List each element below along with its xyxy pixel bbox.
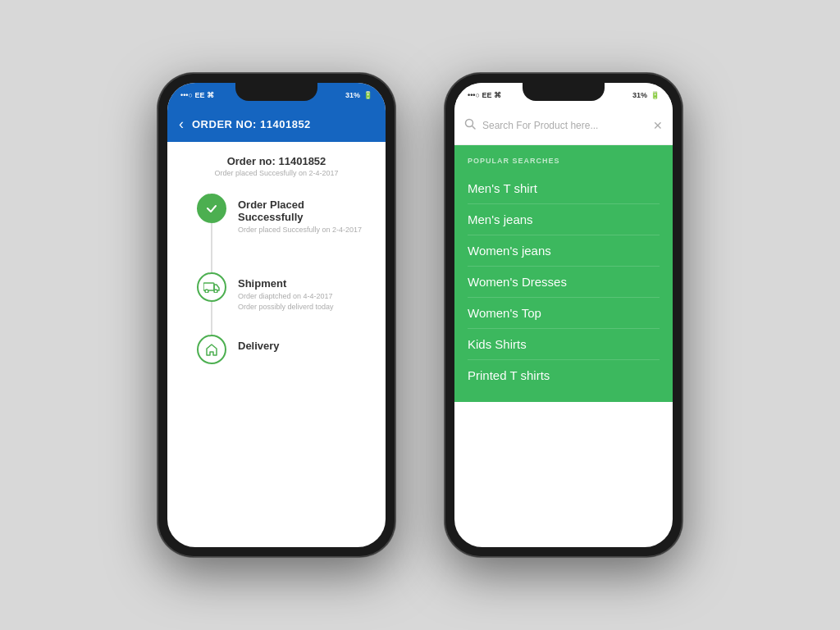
svg-rect-0	[203, 283, 214, 290]
phone1-battery: 31%	[345, 91, 360, 99]
phone2-battery: 31%	[632, 91, 647, 99]
order-placed-label: Order Placed Successfully	[238, 199, 372, 223]
phone2-wifi-icon: ⌘	[494, 91, 501, 99]
timeline-line-3	[197, 335, 226, 364]
phone1-battery-icon: 🔋	[363, 91, 372, 99]
phone1-status-left: •••○ EE ⌘	[180, 91, 214, 99]
order-placed-text: Order Placed Successfully Order placed S…	[238, 194, 372, 235]
phone1: •••○ EE ⌘ 31% 🔋 ‹ ORDER NO: 11401852 Ord…	[158, 73, 395, 557]
shipment-icon	[197, 272, 226, 302]
phone1-header: ‹ ORDER NO: 11401852	[167, 106, 386, 142]
search-icon	[464, 118, 476, 132]
timeline-item-delivery: Delivery	[197, 335, 372, 364]
phone2-status-right: 31% 🔋	[632, 91, 660, 99]
phone2-screen: •••○ EE ⌘ 31% 🔋 Search For Product here.…	[454, 83, 673, 547]
svg-point-2	[214, 290, 217, 293]
search-item-mens-tshirt[interactable]: Men's T shirt	[468, 173, 660, 204]
phone2-notch	[523, 83, 605, 101]
delivery-text: Delivery	[238, 335, 372, 352]
phone1-content: Order no: 11401852 Order placed Succesfu…	[167, 142, 386, 377]
popular-searches-label: POPULAR SEARCHES	[468, 157, 660, 165]
delivery-icon	[197, 335, 226, 364]
delivery-label: Delivery	[238, 340, 372, 352]
phone2-battery-icon: 🔋	[651, 91, 660, 99]
search-items-list: Men's T shirt Men's jeans Women's jeans …	[468, 173, 660, 390]
back-button[interactable]: ‹	[179, 116, 184, 133]
timeline-line-2	[197, 272, 226, 335]
shipment-desc: Order diaptched on 4-4-2017Order possibl…	[238, 291, 372, 312]
connector-2	[211, 302, 212, 335]
order-placed-desc: Order placed Succesfully on 2-4-2017	[238, 225, 372, 235]
timeline-item-order-placed: Order Placed Successfully Order placed S…	[197, 194, 372, 272]
timeline-line-1	[197, 194, 226, 272]
order-placed-icon	[197, 194, 226, 223]
phone1-notch	[235, 83, 317, 101]
search-input[interactable]: Search For Product here...	[482, 120, 646, 131]
search-close-button[interactable]: ✕	[653, 119, 663, 132]
phones-container: •••○ EE ⌘ 31% 🔋 ‹ ORDER NO: 11401852 Ord…	[0, 0, 840, 630]
order-placed-subtitle: Order placed Succesfully on 2-4-2017	[180, 169, 372, 177]
search-results-area: POPULAR SEARCHES Men's T shirt Men's jea…	[454, 145, 673, 402]
search-item-mens-jeans[interactable]: Men's jeans	[468, 204, 660, 235]
search-bar: Search For Product here... ✕	[454, 106, 673, 145]
search-item-womens-jeans[interactable]: Women's jeans	[468, 235, 660, 267]
phone1-screen: •••○ EE ⌘ 31% 🔋 ‹ ORDER NO: 11401852 Ord…	[167, 83, 386, 547]
search-item-womens-dresses[interactable]: Women's Dresses	[468, 267, 660, 298]
order-number-title: Order no: 11401852	[180, 155, 372, 167]
search-item-womens-top[interactable]: Women's Top	[468, 298, 660, 329]
phone2-status-left: •••○ EE ⌘	[468, 91, 501, 99]
shipment-label: Shipment	[238, 277, 372, 290]
order-header-title: ORDER NO: 11401852	[192, 118, 311, 130]
search-item-kids-shirts[interactable]: Kids Shirts	[468, 329, 660, 360]
phone1-status-right: 31% 🔋	[345, 91, 372, 99]
phone1-wifi-icon: ⌘	[207, 91, 214, 99]
timeline-item-shipment: Shipment Order diaptched on 4-4-2017Orde…	[197, 272, 372, 335]
order-timeline: Order Placed Successfully Order placed S…	[180, 194, 372, 364]
svg-point-1	[205, 290, 208, 293]
connector-1	[211, 223, 212, 272]
shipment-text: Shipment Order diaptched on 4-4-2017Orde…	[238, 272, 372, 312]
phone2-carrier: •••○ EE	[468, 91, 491, 99]
search-item-printed-tshirts[interactable]: Printed T shirts	[468, 360, 660, 390]
phone2: •••○ EE ⌘ 31% 🔋 Search For Product here.…	[445, 73, 682, 557]
phone1-carrier: •••○ EE	[180, 91, 204, 99]
